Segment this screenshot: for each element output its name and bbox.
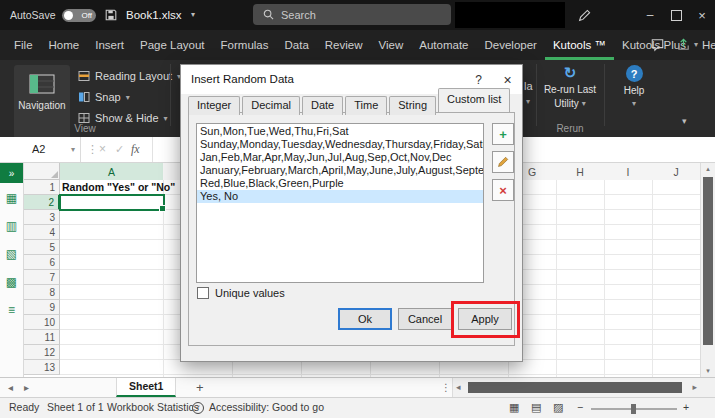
sheet-next-button[interactable]: ▸: [24, 378, 29, 397]
page-layout-view-button[interactable]: ▤: [531, 398, 541, 417]
autosave-toggle[interactable]: Off: [62, 9, 96, 22]
pen-icon[interactable]: [571, 0, 597, 30]
minimize-button[interactable]: –: [637, 0, 663, 30]
comment-icon[interactable]: [650, 38, 665, 54]
ribbon-tab-kutools[interactable]: Kutools ™: [545, 30, 614, 60]
share-button[interactable]: ▾: [676, 37, 698, 52]
reading-layout-dropdown[interactable]: Reading Layout ▾: [78, 67, 181, 85]
add-sheet-button[interactable]: +: [196, 378, 204, 397]
close-button[interactable]: ×: [689, 0, 715, 30]
ribbon-tab-page-layout[interactable]: Page Layout: [132, 30, 213, 60]
filename-chevron-icon[interactable]: ▾: [191, 0, 195, 30]
column-header-J[interactable]: J: [652, 163, 701, 181]
clipped-button-label[interactable]: la: [524, 80, 533, 92]
list-item-months-long[interactable]: January,February,March,April,May,June,Ju…: [197, 164, 483, 177]
custom-list-listbox[interactable]: Sun,Mon,Tue,Wed,Thu,Fri,Sat Sunday,Monda…: [196, 123, 484, 283]
cell-A1[interactable]: Random "Yes" or "No": [62, 181, 175, 195]
vertical-scroll-thumb[interactable]: [703, 177, 713, 345]
pane-names-icon[interactable]: ▩: [0, 275, 23, 289]
unique-values-checkbox[interactable]: [197, 287, 209, 299]
sheet-prev-button[interactable]: ◂: [8, 378, 13, 397]
ok-button[interactable]: Ok: [338, 308, 392, 330]
search-box[interactable]: Search: [253, 4, 451, 25]
row-header-10[interactable]: 10: [24, 315, 60, 330]
name-box[interactable]: A2 ▾: [24, 137, 81, 162]
snap-dropdown[interactable]: Snap ▾: [78, 88, 130, 106]
row-header-6[interactable]: 6: [24, 255, 60, 270]
page-break-view-button[interactable]: ▨: [553, 398, 563, 417]
row-header-12[interactable]: 12: [24, 345, 60, 360]
list-item-months-short[interactable]: Jan,Feb,Mar,Apr,May,Jun,Jul,Aug,Sep,Oct,…: [197, 151, 483, 164]
zoom-out-button[interactable]: −: [577, 398, 583, 417]
row-header-5[interactable]: 5: [24, 240, 60, 255]
list-item-colors[interactable]: Red,Blue,Black,Green,Purple: [197, 177, 483, 190]
apply-button[interactable]: Apply: [458, 308, 512, 330]
zoom-slider-thumb[interactable]: [631, 404, 636, 414]
scroll-down-icon[interactable]: ▾: [701, 365, 715, 377]
horizontal-scroll-thumb[interactable]: [468, 382, 682, 393]
row-header-13[interactable]: 13: [24, 360, 60, 375]
sheet-more-button[interactable]: ⋮: [441, 378, 451, 397]
cancel-entry-icon[interactable]: ×: [99, 137, 106, 162]
fill-handle[interactable]: [159, 205, 166, 212]
confirm-entry-icon[interactable]: ✓: [115, 137, 124, 162]
list-item-weekdays-short[interactable]: Sun,Mon,Tue,Wed,Thu,Fri,Sat: [197, 125, 483, 138]
row-header-9[interactable]: 9: [24, 300, 60, 315]
dialog-tab-date[interactable]: Date: [302, 96, 343, 115]
edit-list-button[interactable]: [492, 151, 514, 173]
column-header-I[interactable]: I: [604, 163, 653, 181]
horizontal-scrollbar[interactable]: ◂ ▸: [452, 378, 700, 397]
zoom-in-button[interactable]: +: [683, 398, 689, 417]
ribbon-tab-home[interactable]: Home: [41, 30, 88, 60]
select-all-corner[interactable]: [24, 163, 60, 180]
scroll-up-icon[interactable]: ▴: [701, 163, 715, 175]
row-header-3[interactable]: 3: [24, 210, 60, 225]
row-header-1[interactable]: 1: [24, 180, 60, 195]
ribbon-tab-data[interactable]: Data: [277, 30, 317, 60]
dialog-tab-integer[interactable]: Integer: [188, 96, 240, 115]
list-item-yes-no[interactable]: Yes, No: [197, 190, 483, 203]
workbook-statistics-button[interactable]: Workbook Statistics: [107, 398, 199, 417]
row-header-7[interactable]: 7: [24, 270, 60, 285]
delete-list-button[interactable]: ×: [492, 179, 514, 201]
vertical-scrollbar[interactable]: ▴ ▾: [700, 163, 715, 377]
ribbon-tab-developer[interactable]: Developer: [476, 30, 544, 60]
dialog-tab-decimal[interactable]: Decimal: [242, 96, 300, 115]
ribbon-tab-file[interactable]: File: [6, 30, 41, 60]
dialog-tab-time[interactable]: Time: [345, 96, 387, 115]
hscroll-right-icon[interactable]: ▸: [692, 378, 697, 397]
cancel-button[interactable]: Cancel: [398, 308, 452, 330]
accessibility-status-button[interactable]: Accessibility: Good to go: [209, 398, 324, 417]
pane-list-icon[interactable]: ≡: [0, 303, 23, 317]
rerun-last-utility-button[interactable]: ↻ Re-run Last Utility▾: [540, 65, 600, 109]
normal-view-button[interactable]: ▦: [509, 398, 519, 417]
name-box-chevron-icon[interactable]: ▾: [71, 137, 75, 162]
ribbon-tab-review[interactable]: Review: [317, 30, 371, 60]
pane-expand-button[interactable]: »: [0, 163, 23, 183]
add-list-button[interactable]: +: [492, 123, 514, 145]
ribbon-tab-automate[interactable]: Automate: [411, 30, 476, 60]
hscroll-left-icon[interactable]: ◂: [456, 378, 461, 397]
row-header-8[interactable]: 8: [24, 285, 60, 300]
sheet-tab-sheet1[interactable]: Sheet1: [116, 378, 176, 397]
dialog-tab-custom-list[interactable]: Custom list: [438, 88, 510, 112]
save-icon[interactable]: [104, 8, 118, 24]
pane-worksheet-icon[interactable]: ▥: [0, 219, 23, 233]
workbook-title[interactable]: Book1.xlsx: [126, 0, 182, 30]
ribbon-collapse-chevron-icon[interactable]: ▾: [682, 116, 687, 126]
ribbon-tab-formulas[interactable]: Formulas: [213, 30, 277, 60]
maximize-button[interactable]: [663, 0, 689, 30]
row-header-11[interactable]: 11: [24, 330, 60, 345]
list-item-weekdays-long[interactable]: Sunday,Monday,Tuesday,Wednesday,Thursday…: [197, 138, 483, 151]
pane-workbook-icon[interactable]: ▦: [0, 191, 23, 205]
pane-columns-icon[interactable]: ▧: [0, 247, 23, 261]
unique-values-row[interactable]: Unique values: [197, 287, 285, 299]
kutools-help-button[interactable]: ? Help ▾: [612, 65, 656, 108]
insert-function-button[interactable]: fx: [131, 137, 140, 162]
column-header-H[interactable]: H: [556, 163, 605, 181]
row-header-4[interactable]: 4: [24, 225, 60, 240]
dialog-tab-string[interactable]: String: [389, 96, 436, 115]
formula-bar-gripper[interactable]: ⋮: [87, 137, 98, 162]
row-header-2[interactable]: 2: [24, 195, 60, 210]
ribbon-tab-view[interactable]: View: [371, 30, 412, 60]
